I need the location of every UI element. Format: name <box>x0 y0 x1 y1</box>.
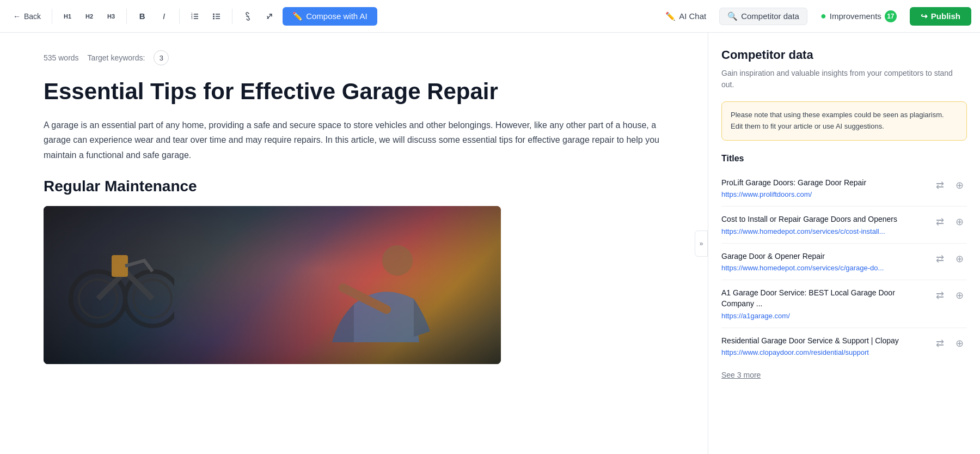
toolbar: ← Back H1 H2 H3 B I 1.2.3. ✏️ Compose wi… <box>0 0 980 33</box>
svg-point-17 <box>382 245 413 276</box>
clear-format-button[interactable] <box>261 8 278 25</box>
competitor-name-2: Cost to Install or Repair Garage Doors a… <box>721 214 926 225</box>
competitor-label: Competitor data <box>741 11 799 21</box>
competitor-item-5: Residential Garage Door Service & Suppor… <box>721 328 967 365</box>
plagiarism-warning: Please note that using these examples co… <box>721 101 967 141</box>
publish-button[interactable]: ↪ Publish <box>910 7 971 26</box>
publish-label: Publish <box>931 11 960 21</box>
add-button-2[interactable]: ⊕ <box>952 214 967 229</box>
competitor-text-1: ProLift Garage Doors: Garage Door Repair… <box>721 178 926 199</box>
competitor-url-4[interactable]: https://a1garage.com/ <box>721 312 896 320</box>
compose-ai-label: Compose with AI <box>306 11 367 21</box>
competitor-item-3: Garage Door & Opener Repair https://www.… <box>721 244 967 281</box>
competitor-actions-1: ⇄ ⊕ <box>932 178 967 193</box>
right-panel: Competitor data Gain inspiration and val… <box>708 33 980 454</box>
h1-button[interactable]: H1 <box>59 8 76 25</box>
add-button-5[interactable]: ⊕ <box>952 336 967 351</box>
competitor-item-1: ProLift Garage Doors: Garage Door Repair… <box>721 170 967 207</box>
toolbar-divider-4 <box>232 9 232 24</box>
editor-meta: 535 words Target keywords: 3 <box>44 50 675 65</box>
competitor-text-2: Cost to Install or Repair Garage Doors a… <box>721 214 926 235</box>
competitor-url-2[interactable]: https://www.homedepot.com/services/c/cos… <box>721 227 896 235</box>
competitor-actions-2: ⇄ ⊕ <box>932 214 967 229</box>
competitor-url-5[interactable]: https://www.clopaydoor.com/residential/s… <box>721 348 896 356</box>
h2-button[interactable]: H2 <box>81 8 98 25</box>
competitor-name-1: ProLift Garage Doors: Garage Door Repair <box>721 178 926 189</box>
competitor-url-3[interactable]: https://www.homedepot.com/services/c/gar… <box>721 264 896 272</box>
competitor-name-4: A1 Garage Door Service: BEST Local Garag… <box>721 288 926 309</box>
main-content: 535 words Target keywords: 3 Essential T… <box>0 33 980 454</box>
improvements-label: Improvements <box>830 11 881 21</box>
competitor-actions-4: ⇄ ⊕ <box>932 288 967 303</box>
toolbar-divider-2 <box>126 9 127 24</box>
svg-point-11 <box>213 17 215 19</box>
competitor-name-5: Residential Garage Door Service & Suppor… <box>721 336 926 347</box>
ai-chat-button[interactable]: ✏️ AI Chat <box>659 8 713 25</box>
article-intro[interactable]: A garage is an essential part of any hom… <box>44 118 675 162</box>
article-title[interactable]: Essential Tips for Effective Garage Repa… <box>44 78 675 105</box>
unordered-list-button[interactable] <box>208 8 225 25</box>
competitor-text-4: A1 Garage Door Service: BEST Local Garag… <box>721 288 926 319</box>
panel-title: Competitor data <box>721 48 967 62</box>
link-button[interactable] <box>239 8 256 25</box>
competitor-actions-5: ⇄ ⊕ <box>932 336 967 351</box>
chevron-right-icon: » <box>700 240 703 247</box>
back-arrow-icon: ← <box>13 12 21 21</box>
search-icon: 🔍 <box>727 11 738 21</box>
ordered-list-button[interactable]: 1.2.3. <box>186 8 204 25</box>
svg-point-9 <box>213 13 215 15</box>
article-image <box>44 206 501 364</box>
copy-button-4[interactable]: ⇄ <box>932 288 947 303</box>
competitor-actions-3: ⇄ ⊕ <box>932 251 967 267</box>
warning-text: Please note that using these examples co… <box>731 111 944 130</box>
add-button-4[interactable]: ⊕ <box>952 288 967 303</box>
copy-button-5[interactable]: ⇄ <box>932 336 947 351</box>
add-button-3[interactable]: ⊕ <box>952 251 967 267</box>
competitor-text-5: Residential Garage Door Service & Suppor… <box>721 336 926 357</box>
back-button[interactable]: ← Back <box>9 10 45 23</box>
ai-chat-label: AI Chat <box>679 11 706 21</box>
keyword-count-badge[interactable]: 3 <box>154 50 169 65</box>
compose-ai-button[interactable]: ✏️ Compose with AI <box>283 7 377 26</box>
h3-button[interactable]: H3 <box>102 8 120 25</box>
ai-chat-icon: ✏️ <box>665 11 676 21</box>
competitor-data-button[interactable]: 🔍 Competitor data <box>719 8 807 25</box>
bold-button[interactable]: B <box>133 8 151 25</box>
competitor-list: ProLift Garage Doors: Garage Door Repair… <box>721 170 967 365</box>
compose-ai-icon: ✏️ <box>292 11 303 21</box>
competitor-name-3: Garage Door & Opener Repair <box>721 251 926 262</box>
panel-subtitle: Gain inspiration and valuable insights f… <box>721 68 967 90</box>
italic-button[interactable]: I <box>155 8 173 25</box>
titles-section-label: Titles <box>721 154 967 164</box>
svg-point-10 <box>213 15 215 17</box>
competitor-text-3: Garage Door & Opener Repair https://www.… <box>721 251 926 273</box>
publish-icon: ↪ <box>921 11 928 21</box>
competitor-item-4: A1 Garage Door Service: BEST Local Garag… <box>721 280 967 328</box>
copy-button-3[interactable]: ⇄ <box>932 251 947 267</box>
copy-button-2[interactable]: ⇄ <box>932 214 947 229</box>
word-count: 535 words <box>44 53 79 62</box>
toolbar-left: ← Back H1 H2 H3 B I 1.2.3. ✏️ Compose wi… <box>9 7 654 26</box>
back-label: Back <box>24 12 41 21</box>
article-image-bg <box>44 206 501 364</box>
add-button-1[interactable]: ⊕ <box>952 178 967 193</box>
competitor-url-1[interactable]: https://www.proliftdoors.com/ <box>721 190 896 198</box>
toolbar-right: ✏️ AI Chat 🔍 Competitor data ● Improveme… <box>659 7 971 26</box>
see-more-button[interactable]: See 3 more <box>721 364 761 386</box>
svg-text:3.: 3. <box>191 17 193 20</box>
target-keywords-label: Target keywords: <box>88 53 145 62</box>
editor-area: 535 words Target keywords: 3 Essential T… <box>0 33 708 454</box>
improvements-badge: 17 <box>885 10 897 22</box>
copy-button-1[interactable]: ⇄ <box>932 178 947 193</box>
competitor-item-2: Cost to Install or Repair Garage Doors a… <box>721 207 967 244</box>
section-heading[interactable]: Regular Maintenance <box>44 178 675 195</box>
panel-toggle-button[interactable]: » <box>695 231 708 257</box>
toolbar-divider-1 <box>52 9 52 24</box>
toolbar-divider-3 <box>179 9 180 24</box>
improvements-dot-icon: ● <box>820 10 826 22</box>
improvements-button[interactable]: ● Improvements 17 <box>814 7 903 26</box>
